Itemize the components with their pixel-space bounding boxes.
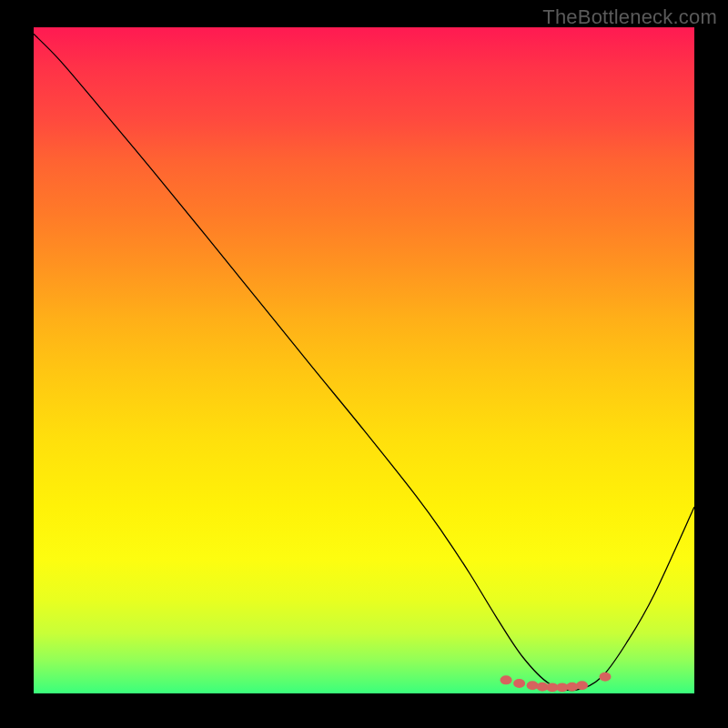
chart-plot-area: [34, 27, 694, 693]
marker-dot: [513, 679, 525, 688]
marker-dot: [576, 681, 588, 690]
marker-dot: [500, 675, 512, 684]
watermark-text: TheBottleneck.com: [542, 5, 717, 29]
chart-svg: [34, 27, 694, 693]
marker-dot: [527, 681, 539, 690]
bottleneck-curve: [34, 34, 694, 690]
marker-dot: [566, 682, 578, 692]
marker-dot: [599, 672, 611, 682]
